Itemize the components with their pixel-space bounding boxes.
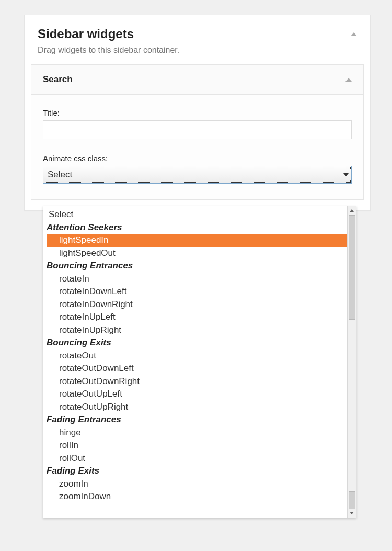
dropdown-option[interactable]: rotateOutDownLeft [47, 362, 347, 375]
dropdown-listbox[interactable]: SelectAttention SeekerslightSpeedInlight… [43, 206, 347, 518]
dropdown-scrollbar[interactable] [347, 206, 356, 518]
triangle-up-icon [350, 209, 354, 212]
dropdown-option[interactable]: zoomIn [47, 478, 347, 491]
triangle-down-icon [350, 512, 354, 514]
panel-description: Drag widgets to this sidebar container. [38, 46, 357, 55]
widget-search: Search Title: Animate css class: Select [31, 64, 364, 200]
dropdown-optgroup-label: Fading Entrances [47, 413, 347, 426]
animate-select[interactable]: Select [43, 166, 352, 184]
widget-header[interactable]: Search [31, 65, 363, 95]
dropdown-optgroup-label: Fading Exits [47, 465, 347, 478]
collapse-widget-icon[interactable] [345, 78, 352, 82]
scroll-thumb[interactable] [349, 215, 355, 320]
dropdown-option[interactable]: lightSpeedIn [47, 234, 347, 247]
panel-header: Sidebar widgets Drag widgets to this sid… [25, 15, 370, 55]
chevron-down-icon [343, 173, 349, 176]
animate-label: Animate css class: [43, 154, 352, 163]
select-arrow [340, 168, 349, 182]
dropdown-option[interactable]: rollIn [47, 439, 347, 452]
dropdown-option[interactable]: rotateInUpRight [47, 324, 347, 337]
dropdown-option[interactable]: lightSpeedOut [47, 247, 347, 260]
dropdown-option[interactable]: rotateInDownLeft [47, 285, 347, 298]
scroll-down-button[interactable] [348, 509, 356, 518]
dropdown-option[interactable]: Select [47, 208, 347, 221]
dropdown-option[interactable]: hinge [47, 426, 347, 440]
scroll-thumb-lower[interactable] [349, 491, 355, 509]
sidebar-widgets-panel: Sidebar widgets Drag widgets to this sid… [24, 15, 371, 211]
dropdown-optgroup-label: Bouncing Entrances [47, 260, 347, 273]
dropdown-optgroup-label: Bouncing Exits [47, 336, 347, 350]
title-label: Title: [43, 108, 352, 117]
dropdown-optgroup-label: Attention Seekers [47, 221, 347, 234]
dropdown-option[interactable]: rotateIn [47, 273, 347, 286]
scroll-grip-icon [350, 266, 354, 269]
dropdown-option[interactable]: rotateOut [47, 350, 347, 363]
dropdown-option[interactable]: zoomInDown [47, 490, 347, 503]
dropdown-option[interactable]: rollOut [47, 452, 347, 465]
panel-title: Sidebar widgets [38, 27, 134, 41]
dropdown-option[interactable]: rotateInDownRight [47, 298, 347, 311]
dropdown-option[interactable]: rotateInUpLeft [47, 311, 347, 324]
animate-select-value: Select [48, 170, 72, 180]
collapse-panel-icon[interactable] [351, 32, 357, 36]
title-input[interactable] [43, 120, 352, 139]
dropdown-option[interactable]: rotateOutUpRight [47, 401, 347, 414]
dropdown-option[interactable]: rotateOutUpLeft [47, 388, 347, 401]
widget-body: Title: Animate css class: Select [31, 95, 363, 199]
widget-name: Search [43, 74, 73, 85]
dropdown-option[interactable]: rotateOutDownRight [47, 375, 347, 388]
scroll-up-button[interactable] [348, 206, 356, 215]
animate-select-dropdown: SelectAttention SeekerslightSpeedInlight… [43, 206, 356, 518]
